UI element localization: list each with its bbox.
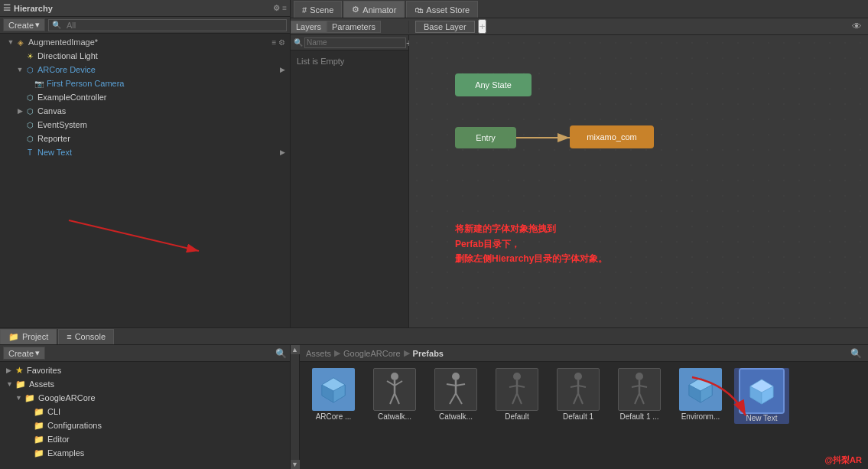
tab-console[interactable]: ≡ Console	[58, 329, 114, 344]
scroll-down-button[interactable]: ▼	[291, 460, 300, 469]
anystate-node[interactable]: Any State	[455, 73, 532, 96]
svg-line-36	[632, 386, 639, 387]
svg-line-39	[639, 393, 644, 404]
cli-tree-item[interactable]: 📁 CLI	[0, 405, 290, 419]
entry-node[interactable]: Entry	[455, 127, 516, 148]
scene-tab-label: Scene	[310, 5, 333, 15]
tab-assetstore[interactable]: 🛍 Asset Store	[406, 1, 478, 18]
editor-label: Editor	[47, 435, 70, 444]
asset-arcore[interactable]: ARCore ...	[306, 368, 361, 421]
parameters-tab-button[interactable]: Parameters	[327, 21, 381, 33]
conf-folder-icon: 📁	[34, 421, 44, 431]
project-tree: ▶ ★ Favorites ▼ 📁 Assets ▼ 📁 GoogleA	[0, 362, 290, 469]
hierarchy-title: Hierarchy	[14, 4, 53, 13]
svg-line-20	[450, 393, 456, 404]
hierarchy-item-reporter[interactable]: ⬡ Reporter	[0, 132, 290, 145]
bottom-content: Create ▾ 🔍 ▶ ★ Favorites	[0, 345, 868, 469]
hierarchy-item-arcore[interactable]: ▼ ⬡ ARCore Device ▶	[0, 63, 290, 77]
newtext-asset-label: New Text	[746, 414, 778, 422]
animator-content-area: 🔍 + List is Empty	[291, 35, 868, 327]
hierarchy-options[interactable]: ⚙ ≡	[273, 4, 287, 12]
favorites-item[interactable]: ▶ ★ Favorites	[0, 363, 290, 377]
layers-search-icon: 🔍	[294, 38, 303, 47]
default-asset-label: Default	[505, 412, 529, 421]
top-tabs-row: # Scene ⚙ Animator 🛍 Asset Store	[291, 0, 868, 18]
eventsystem-label: EventSystem	[37, 120, 87, 129]
project-tree-panel: Create ▾ 🔍 ▶ ★ Favorites	[0, 345, 291, 469]
spacer-icon6	[15, 148, 24, 157]
project-create-button[interactable]: Create ▾	[3, 347, 45, 360]
scroll-strip: ▲ ▼	[291, 345, 300, 469]
asset-default1[interactable]: Default 1	[551, 368, 606, 421]
hierarchy-item-dirlight[interactable]: ☀ Directional Light	[0, 49, 290, 63]
svg-line-21	[456, 393, 462, 404]
hierarchy-item-newtext[interactable]: T New Text ▶	[0, 145, 290, 159]
asset-newtext[interactable]: New Text	[734, 368, 789, 424]
hierarchy-item-examplectrl[interactable]: ⬡ ExampleController	[0, 90, 290, 104]
breadcrumb-googlearcore[interactable]: GoogleARCore	[343, 349, 401, 358]
svg-point-10	[391, 373, 398, 380]
prefab-icon: ⬡	[24, 64, 35, 75]
scroll-up-button[interactable]: ▲	[291, 345, 300, 354]
asset-default[interactable]: Default	[489, 368, 545, 421]
hierarchy-item-augmented[interactable]: ▼ ◈ AugmentedImage* ≡ ⚙	[0, 35, 290, 49]
layers-tab-button[interactable]: Layers	[291, 21, 327, 33]
asset-catwalk2[interactable]: Catwalk...	[428, 368, 483, 421]
animator-tab-label: Animator	[362, 5, 396, 15]
assetstore-icon: 🛍	[414, 5, 423, 15]
breadcrumb-assets[interactable]: Assets	[306, 349, 331, 358]
spacer-icon3	[15, 93, 24, 102]
newtext-label: New Text	[37, 148, 72, 157]
figure-svg-default1b	[624, 370, 655, 409]
asset-catwalk1[interactable]: Catwalk...	[367, 368, 422, 421]
examples-tree-item[interactable]: 📁 Examples	[0, 446, 290, 460]
hierarchy-list: ▼ ◈ AugmentedImage* ≡ ⚙ ☀ Directional Li…	[0, 34, 290, 327]
breadcrumb-prefabs[interactable]: Prefabs	[413, 349, 444, 358]
base-layer-tab[interactable]: Base Layer	[415, 21, 475, 33]
hierarchy-search-input[interactable]	[63, 19, 283, 31]
camera-icon: 📷	[34, 78, 44, 89]
add-layer-button[interactable]: +	[478, 19, 487, 34]
configurations-tree-item[interactable]: 📁 Configurations	[0, 419, 290, 432]
default-asset-icon	[496, 368, 538, 411]
googlearcore-tree-item[interactable]: ▼ 📁 GoogleARCore	[0, 391, 290, 405]
tab-animator[interactable]: ⚙ Animator	[343, 1, 405, 18]
asset-default1b[interactable]: Default 1 ...	[612, 368, 667, 421]
annotation-text: 将新建的字体对象拖拽到 Perfab目录下， 删除左侧Hierarchy目录的字…	[455, 222, 607, 266]
tab-scene[interactable]: # Scene	[294, 1, 342, 18]
svg-line-18	[447, 384, 456, 386]
hierarchy-item-firstperson[interactable]: 📷 First Person Camera	[0, 77, 290, 90]
fav-arrow-icon: ▶	[6, 366, 15, 374]
mixamo-node[interactable]: mixamo_com	[570, 125, 654, 148]
canvas-label: Canvas	[37, 106, 66, 116]
eventsystem-icon: ⬡	[24, 119, 35, 130]
cube-svg-environ	[685, 374, 716, 405]
asset-environ[interactable]: Environm...	[673, 368, 728, 421]
hierarchy-item-eventsystem[interactable]: ⬡ EventSystem	[0, 118, 290, 132]
cube-svg-arcore	[318, 374, 349, 405]
tab-project[interactable]: 📁 Project	[0, 329, 57, 344]
project-search-button[interactable]: 🔍	[275, 348, 287, 359]
project-folder-icon: 📁	[8, 332, 19, 342]
spacer-icon4	[15, 120, 24, 129]
hierarchy-create-button[interactable]: Create ▾	[3, 18, 45, 31]
editor-tree-item[interactable]: 📁 Editor	[0, 432, 290, 446]
arcore-arrow-icon: ▶	[280, 66, 285, 73]
assets-tree-item[interactable]: ▼ 📁 Assets	[0, 377, 290, 391]
layers-search-input[interactable]	[304, 37, 406, 48]
animator-canvas[interactable]: Any State Entry mixamo_com	[409, 35, 868, 327]
hierarchy-titlebar: ☰ Hierarchy ⚙ ≡	[0, 0, 290, 17]
svg-line-27	[517, 393, 522, 404]
assets-search-button[interactable]: 🔍	[850, 348, 862, 359]
hierarchy-item-canvas[interactable]: ▶ ⬡ Canvas	[0, 104, 290, 118]
console-tab-label: Console	[75, 332, 106, 341]
sep1: ▶	[334, 348, 340, 358]
hierarchy-search-container: 🔍	[48, 19, 287, 31]
bottom-topbar: 📁 Project ≡ Console	[0, 328, 868, 345]
arcore-asset-label: ARCore ...	[316, 412, 352, 421]
configurations-label: Configurations	[47, 421, 102, 430]
newtext-arrow-icon: ▶	[280, 148, 285, 156]
animator-eye-button[interactable]: 👁	[852, 21, 862, 32]
examples-folder-icon: 📁	[34, 448, 44, 458]
cube-svg-newtext	[746, 376, 777, 406]
